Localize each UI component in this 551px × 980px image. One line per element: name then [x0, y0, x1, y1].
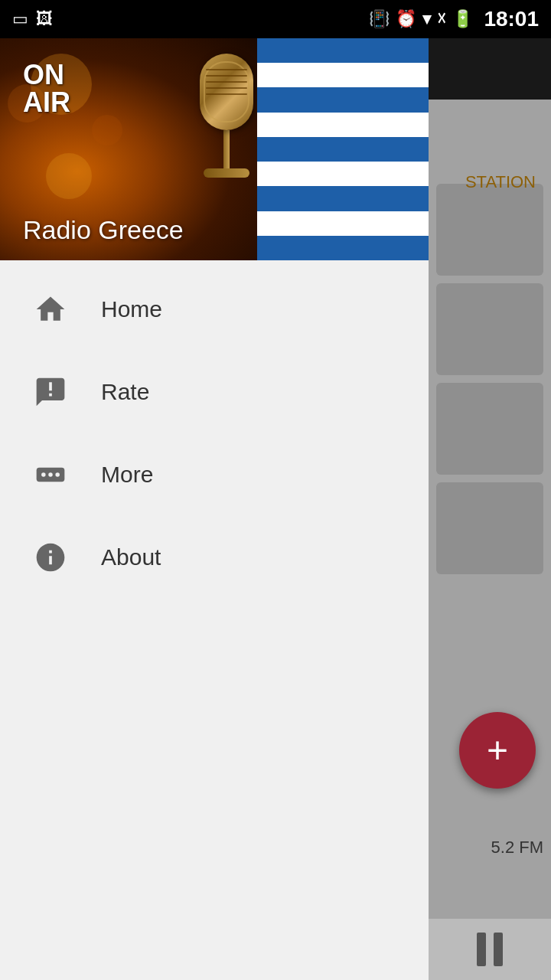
nav-items-list: Home Rate: [0, 260, 429, 980]
fm-label: 5.2 FM: [491, 838, 543, 858]
pause-bar-left: [477, 933, 486, 966]
vibrate-icon: 📳: [369, 9, 390, 29]
fab-add-button[interactable]: +: [459, 712, 536, 789]
station-item-3: [436, 383, 543, 475]
home-icon: [31, 289, 70, 329]
screen-icon: ▭: [12, 9, 28, 29]
nav-label-about: About: [101, 544, 161, 570]
fab-plus-icon: +: [487, 732, 508, 769]
info-icon: [31, 537, 70, 577]
on-air-text: ON AIR: [23, 61, 70, 116]
status-bar: ▭ 🖼 📳 ⏰ ▾ ☓ 🔋 18:01: [0, 0, 551, 38]
navigation-drawer: ON AIR Radio Greece Home: [0, 38, 429, 980]
station-item-1: [436, 184, 543, 276]
pause-button[interactable]: [477, 933, 503, 966]
rate-icon: [31, 372, 70, 412]
app-title: Radio Greece: [23, 215, 184, 245]
nav-label-home: Home: [101, 296, 162, 322]
station-label: STATION: [458, 172, 543, 192]
player-bar[interactable]: [429, 919, 551, 980]
svg-point-1: [41, 472, 46, 477]
station-item-4: [436, 482, 543, 574]
nav-item-home[interactable]: Home: [0, 268, 429, 351]
greek-flag: [257, 38, 429, 260]
station-item-2: [436, 283, 543, 375]
status-bar-left-icons: ▭ 🖼: [12, 9, 53, 29]
nav-item-more[interactable]: More: [0, 433, 429, 516]
battery-icon: 🔋: [452, 9, 473, 29]
nav-item-about[interactable]: About: [0, 516, 429, 599]
bg-topbar: [429, 38, 551, 100]
status-bar-right-icons: 📳 ⏰ ▾ ☓ 🔋 18:01: [369, 7, 539, 31]
wifi-icon: ▾: [422, 9, 431, 29]
alarm-icon: ⏰: [396, 9, 416, 29]
svg-point-2: [48, 472, 53, 477]
time-display: 18:01: [484, 7, 539, 31]
drawer-header: ON AIR Radio Greece: [0, 38, 429, 260]
nav-label-rate: Rate: [101, 379, 149, 405]
svg-point-3: [55, 472, 60, 477]
station-list-partial: [429, 176, 551, 582]
nav-label-more: More: [101, 462, 153, 488]
main-layout: STATION: [0, 38, 551, 980]
more-icon: [31, 455, 70, 495]
pause-bar-right: [494, 933, 503, 966]
image-icon: 🖼: [36, 9, 53, 29]
nav-item-rate[interactable]: Rate: [0, 351, 429, 433]
sim-icon: ☓: [437, 9, 446, 29]
